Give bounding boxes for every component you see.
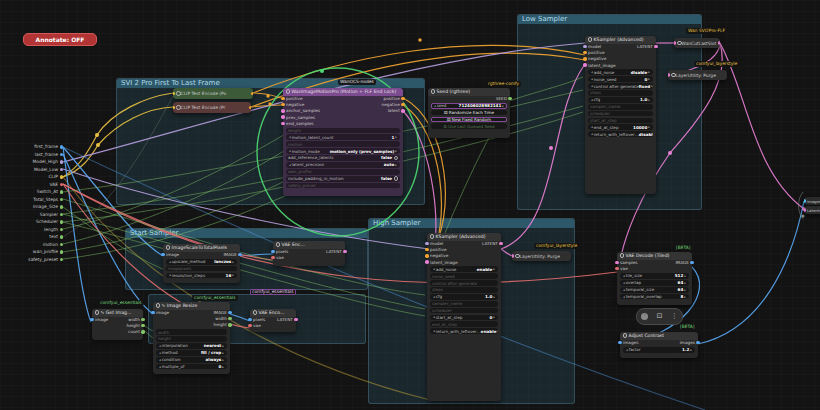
annotate-toggle-button[interactable]: Annotate: OFF xyxy=(23,33,97,46)
left-port-switch-at: Switch_At xyxy=(0,189,58,195)
left-port-dot-safety-preset[interactable] xyxy=(60,258,63,261)
node-graph-canvas[interactable]: SVI 2 Pro First To Last FrameLow Sampler… xyxy=(0,0,820,410)
left-port-first-frame: first_frame xyxy=(0,144,58,150)
left-port-dot-model-high[interactable] xyxy=(60,160,63,163)
toolbox-selection-circle-icon[interactable]: ˅ xyxy=(641,313,648,320)
left-port-dot-total-steps[interactable] xyxy=(60,198,63,201)
left-port-dot-switch-at[interactable] xyxy=(60,190,63,193)
left-port-dot-last-frame[interactable] xyxy=(60,153,63,156)
left-port-scheduler: Scheduler xyxy=(0,219,58,225)
left-port-model-low: Model_Low xyxy=(0,167,58,173)
left-port-wan-profile: wan_profile xyxy=(0,249,58,255)
left-ports-layer: first_framelast_frameModel_HighModel_Low… xyxy=(0,0,820,410)
left-port-image-size: Image_Size xyxy=(0,204,58,210)
left-port-total-steps: Total_Steps xyxy=(0,197,58,203)
left-port-dot-image-size[interactable] xyxy=(60,205,63,208)
left-port-dot-clip[interactable] xyxy=(60,175,63,178)
left-port-dot-vae[interactable] xyxy=(60,183,63,186)
left-port-length: length xyxy=(0,227,58,233)
left-port-text: text xyxy=(0,234,58,240)
toolbox-fit-view-icon[interactable]: ⊡ xyxy=(657,313,663,320)
toolbox-more-menu-icon[interactable]: ⋮ xyxy=(671,313,678,320)
left-port-clip: CLIP xyxy=(0,174,58,180)
left-port-sampler: Sampler xyxy=(0,212,58,218)
left-port-dot-model-low[interactable] xyxy=(60,168,63,171)
left-port-dot-wan-profile[interactable] xyxy=(60,250,63,253)
left-port-dot-motion[interactable] xyxy=(60,243,63,246)
left-port-model-high: Model_High xyxy=(0,159,58,165)
selection-toolbox[interactable]: ˅⊡⋮ xyxy=(636,308,683,325)
left-port-last-frame: last_frame xyxy=(0,152,58,158)
left-port-dot-sampler[interactable] xyxy=(60,213,63,216)
left-port-dot-length[interactable] xyxy=(60,228,63,231)
left-port-motion: motion xyxy=(0,242,58,248)
left-port-vae: VAE xyxy=(0,182,58,188)
left-port-safety-preset: safety_preset xyxy=(0,257,58,263)
left-port-dot-first-frame[interactable] xyxy=(60,145,63,148)
left-port-dot-scheduler[interactable] xyxy=(60,220,63,223)
left-port-dot-text[interactable] xyxy=(60,235,63,238)
